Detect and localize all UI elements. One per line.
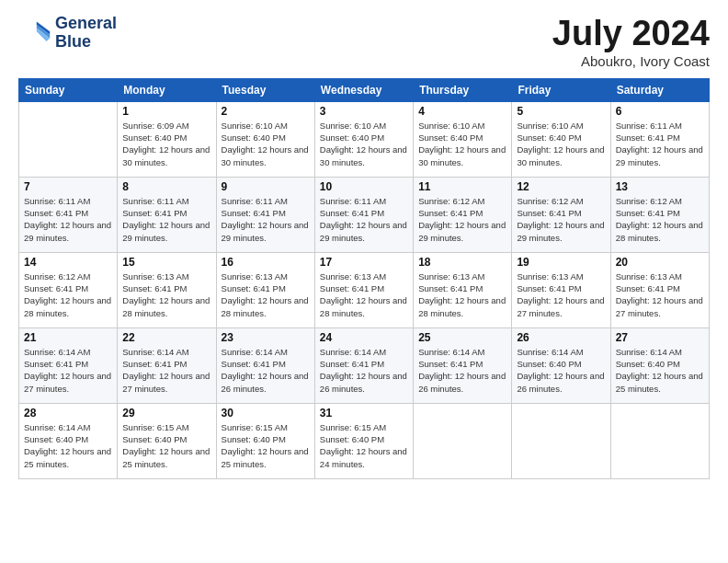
calendar-cell: 1Sunrise: 6:09 AMSunset: 6:40 PMDaylight… [118, 101, 216, 177]
day-detail: Sunrise: 6:12 AMSunset: 6:41 PMDaylight:… [418, 195, 506, 244]
calendar-cell: 31Sunrise: 6:15 AMSunset: 6:40 PMDayligh… [314, 403, 413, 478]
day-number: 2 [222, 105, 310, 118]
day-detail: Sunrise: 6:12 AMSunset: 6:41 PMDaylight:… [517, 195, 605, 244]
day-detail: Sunrise: 6:10 AMSunset: 6:40 PMDaylight:… [320, 120, 408, 168]
calendar-week-1: 1Sunrise: 6:09 AMSunset: 6:40 PMDaylight… [19, 101, 710, 177]
day-detail: Sunrise: 6:11 AMSunset: 6:41 PMDaylight:… [616, 120, 704, 168]
calendar-cell: 14Sunrise: 6:12 AMSunset: 6:41 PMDayligh… [19, 252, 118, 327]
calendar-cell: 24Sunrise: 6:14 AMSunset: 6:41 PMDayligh… [314, 327, 413, 403]
calendar-cell: 17Sunrise: 6:13 AMSunset: 6:41 PMDayligh… [314, 252, 413, 327]
day-detail: Sunrise: 6:11 AMSunset: 6:41 PMDaylight:… [222, 195, 310, 244]
header-wednesday: Wednesday [314, 78, 413, 101]
day-number: 10 [320, 180, 408, 193]
day-number: 9 [222, 180, 310, 193]
calendar-cell: 23Sunrise: 6:14 AMSunset: 6:41 PMDayligh… [216, 327, 314, 403]
day-number: 1 [122, 105, 210, 118]
day-number: 18 [418, 256, 506, 269]
day-number: 5 [517, 105, 605, 118]
day-detail: Sunrise: 6:15 AMSunset: 6:40 PMDaylight:… [122, 421, 210, 470]
calendar-cell: 10Sunrise: 6:11 AMSunset: 6:41 PMDayligh… [314, 177, 413, 252]
day-number: 27 [616, 331, 704, 344]
day-number: 7 [24, 180, 112, 193]
day-detail: Sunrise: 6:11 AMSunset: 6:41 PMDaylight:… [24, 195, 112, 244]
calendar-cell: 6Sunrise: 6:11 AMSunset: 6:41 PMDaylight… [610, 101, 709, 177]
calendar-cell: 20Sunrise: 6:13 AMSunset: 6:41 PMDayligh… [610, 252, 709, 327]
calendar-week-4: 21Sunrise: 6:14 AMSunset: 6:41 PMDayligh… [19, 327, 710, 403]
day-number: 3 [320, 105, 408, 118]
calendar-cell: 27Sunrise: 6:14 AMSunset: 6:40 PMDayligh… [610, 327, 709, 403]
calendar-cell: 5Sunrise: 6:10 AMSunset: 6:40 PMDaylight… [512, 101, 610, 177]
day-number: 24 [320, 331, 408, 344]
calendar-cell [512, 403, 610, 478]
day-detail: Sunrise: 6:13 AMSunset: 6:41 PMDaylight:… [122, 270, 210, 319]
day-detail: Sunrise: 6:14 AMSunset: 6:41 PMDaylight:… [222, 346, 310, 395]
header-friday: Friday [512, 78, 610, 101]
title-block: July 2024 Aboukro, Ivory Coast [552, 15, 710, 69]
day-number: 31 [320, 407, 408, 419]
day-detail: Sunrise: 6:10 AMSunset: 6:40 PMDaylight:… [222, 120, 310, 168]
day-number: 30 [222, 407, 310, 419]
calendar-cell: 28Sunrise: 6:14 AMSunset: 6:40 PMDayligh… [19, 403, 118, 478]
calendar-cell: 7Sunrise: 6:11 AMSunset: 6:41 PMDaylight… [19, 177, 118, 252]
calendar-week-2: 7Sunrise: 6:11 AMSunset: 6:41 PMDaylight… [19, 177, 710, 252]
day-detail: Sunrise: 6:14 AMSunset: 6:41 PMDaylight:… [320, 346, 408, 395]
day-number: 13 [616, 180, 704, 193]
day-detail: Sunrise: 6:14 AMSunset: 6:40 PMDaylight:… [616, 346, 704, 395]
day-number: 22 [122, 331, 210, 344]
day-detail: Sunrise: 6:10 AMSunset: 6:40 PMDaylight:… [517, 120, 605, 168]
day-detail: Sunrise: 6:13 AMSunset: 6:41 PMDaylight:… [517, 270, 605, 319]
header: General Blue July 2024 Aboukro, Ivory Co… [18, 15, 710, 69]
day-number: 21 [24, 331, 112, 344]
day-detail: Sunrise: 6:14 AMSunset: 6:41 PMDaylight:… [122, 346, 210, 395]
calendar-cell: 16Sunrise: 6:13 AMSunset: 6:41 PMDayligh… [216, 252, 314, 327]
subtitle: Aboukro, Ivory Coast [552, 53, 710, 69]
header-monday: Monday [118, 78, 216, 101]
calendar-cell: 11Sunrise: 6:12 AMSunset: 6:41 PMDayligh… [414, 177, 512, 252]
calendar-cell: 25Sunrise: 6:14 AMSunset: 6:41 PMDayligh… [414, 327, 512, 403]
logo-line1: General [55, 15, 117, 33]
day-number: 15 [122, 256, 210, 269]
calendar-cell: 18Sunrise: 6:13 AMSunset: 6:41 PMDayligh… [414, 252, 512, 327]
calendar-table: Sunday Monday Tuesday Wednesday Thursday… [18, 78, 710, 479]
calendar-cell: 15Sunrise: 6:13 AMSunset: 6:41 PMDayligh… [118, 252, 216, 327]
day-detail: Sunrise: 6:12 AMSunset: 6:41 PMDaylight:… [616, 195, 704, 244]
calendar-week-3: 14Sunrise: 6:12 AMSunset: 6:41 PMDayligh… [19, 252, 710, 327]
day-number: 28 [24, 407, 112, 419]
day-detail: Sunrise: 6:14 AMSunset: 6:41 PMDaylight:… [418, 346, 506, 395]
calendar-cell: 29Sunrise: 6:15 AMSunset: 6:40 PMDayligh… [118, 403, 216, 478]
calendar-cell: 12Sunrise: 6:12 AMSunset: 6:41 PMDayligh… [512, 177, 610, 252]
logo-text: General Blue [55, 15, 117, 52]
calendar-week-5: 28Sunrise: 6:14 AMSunset: 6:40 PMDayligh… [19, 403, 710, 478]
day-detail: Sunrise: 6:11 AMSunset: 6:41 PMDaylight:… [320, 195, 408, 244]
day-detail: Sunrise: 6:14 AMSunset: 6:40 PMDaylight:… [517, 346, 605, 395]
calendar-cell: 26Sunrise: 6:14 AMSunset: 6:40 PMDayligh… [512, 327, 610, 403]
calendar-cell [610, 403, 709, 478]
calendar-cell: 2Sunrise: 6:10 AMSunset: 6:40 PMDaylight… [216, 101, 314, 177]
day-number: 20 [616, 256, 704, 269]
header-row: Sunday Monday Tuesday Wednesday Thursday… [19, 78, 710, 101]
calendar-cell: 22Sunrise: 6:14 AMSunset: 6:41 PMDayligh… [118, 327, 216, 403]
calendar-cell: 30Sunrise: 6:15 AMSunset: 6:40 PMDayligh… [216, 403, 314, 478]
calendar-cell: 8Sunrise: 6:11 AMSunset: 6:41 PMDaylight… [118, 177, 216, 252]
day-detail: Sunrise: 6:13 AMSunset: 6:41 PMDaylight:… [222, 270, 310, 319]
calendar-cell: 3Sunrise: 6:10 AMSunset: 6:40 PMDaylight… [314, 101, 413, 177]
calendar-cell: 4Sunrise: 6:10 AMSunset: 6:40 PMDaylight… [414, 101, 512, 177]
calendar-cell: 21Sunrise: 6:14 AMSunset: 6:41 PMDayligh… [19, 327, 118, 403]
calendar-cell: 13Sunrise: 6:12 AMSunset: 6:41 PMDayligh… [610, 177, 709, 252]
logo-icon [18, 17, 51, 50]
logo: General Blue [18, 15, 117, 52]
day-number: 25 [418, 331, 506, 344]
day-detail: Sunrise: 6:12 AMSunset: 6:41 PMDaylight:… [24, 270, 112, 319]
calendar-page: General Blue July 2024 Aboukro, Ivory Co… [0, 0, 728, 563]
day-number: 14 [24, 256, 112, 269]
day-detail: Sunrise: 6:09 AMSunset: 6:40 PMDaylight:… [122, 120, 210, 168]
day-number: 19 [517, 256, 605, 269]
month-title: July 2024 [552, 15, 710, 53]
day-detail: Sunrise: 6:15 AMSunset: 6:40 PMDaylight:… [320, 421, 408, 470]
day-number: 12 [517, 180, 605, 193]
header-thursday: Thursday [414, 78, 512, 101]
header-tuesday: Tuesday [216, 78, 314, 101]
day-detail: Sunrise: 6:11 AMSunset: 6:41 PMDaylight:… [122, 195, 210, 244]
calendar-cell [19, 101, 118, 177]
header-saturday: Saturday [610, 78, 709, 101]
